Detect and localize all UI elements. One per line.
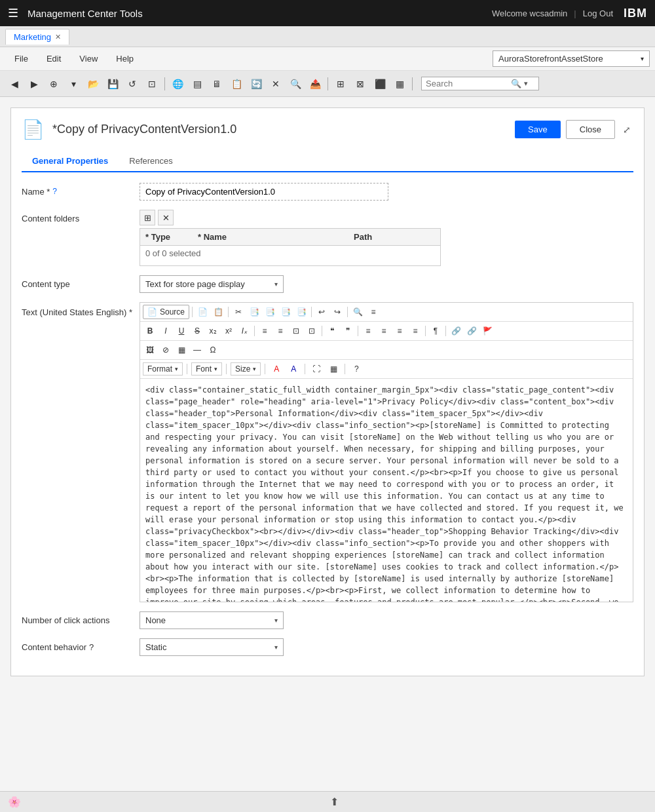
rte-new-doc[interactable]: 📄 [195, 305, 210, 319]
store-selector[interactable]: AuroraStorefrontAssetStore ▾ [493, 50, 650, 67]
toolbar-stop[interactable]: ⊡ [143, 75, 161, 93]
name-help-icon[interactable]: ? [52, 187, 57, 196]
rte-div[interactable]: ❞ [341, 324, 355, 338]
rte-strikethrough[interactable]: S [190, 324, 204, 338]
toolbar-save[interactable]: 💾 [103, 75, 122, 93]
rte-underline[interactable]: U [174, 324, 189, 338]
content-behavior-help-icon[interactable]: ? [89, 642, 94, 652]
toolbar-layout3[interactable]: ⬛ [371, 75, 389, 93]
rte-image[interactable]: 🖼 [143, 343, 157, 357]
rte-find[interactable]: 🔍 [350, 305, 365, 319]
rte-flash[interactable]: ⊘ [159, 343, 173, 357]
rte-copy[interactable]: 📑 [247, 305, 261, 319]
rte-select-all[interactable]: ≡ [366, 305, 381, 319]
toolbar-open[interactable]: 📂 [84, 75, 102, 93]
toolbar-back[interactable]: ◀ [5, 75, 24, 93]
rte-ul[interactable]: ≡ [273, 324, 288, 338]
folder-remove-btn[interactable]: ✕ [158, 210, 174, 225]
rte-align-left[interactable]: ≡ [361, 324, 375, 338]
click-actions-dropdown[interactable]: None ▾ [140, 611, 284, 629]
search-icon[interactable]: 🔍 [511, 79, 521, 88]
tab-references[interactable]: References [119, 151, 183, 171]
menu-view[interactable]: View [70, 50, 107, 68]
rte-source-btn[interactable]: 📄 Source [143, 305, 189, 319]
rte-subscript[interactable]: x₂ [206, 324, 220, 338]
menu-edit[interactable]: Edit [37, 50, 70, 68]
rte-size-select[interactable]: Size ▾ [231, 362, 261, 376]
toolbar-delete[interactable]: ✕ [267, 75, 285, 93]
menu-file[interactable]: File [5, 50, 37, 68]
rte-unlink[interactable]: 🔗 [464, 324, 479, 338]
name-input[interactable] [140, 183, 388, 201]
rte-superscript[interactable]: x² [221, 324, 236, 338]
folder-table-header: * Type * Name Path [140, 229, 440, 246]
toolbar-layout2[interactable]: ⊠ [351, 75, 369, 93]
save-button[interactable]: Save [515, 121, 561, 138]
toolbar-grid[interactable]: ▤ [188, 75, 206, 93]
logout-link[interactable]: Log Out [583, 9, 613, 18]
rte-template[interactable]: 📋 [211, 305, 225, 319]
close-button[interactable]: Close [566, 120, 615, 139]
menu-help[interactable]: Help [107, 50, 143, 68]
search-dropdown-arrow[interactable]: ▾ [524, 79, 528, 88]
rte-redo[interactable]: ↪ [330, 305, 345, 319]
toolbar-copy[interactable]: 📋 [227, 75, 246, 93]
rte-show-blocks[interactable]: ▦ [326, 362, 341, 376]
toolbar-export[interactable]: 📤 [306, 75, 324, 93]
text-field-row: Text (United States English) * 📄 Source … [22, 302, 633, 602]
rte-remove-format[interactable]: Iₓ [237, 324, 252, 338]
rte-blockquote[interactable]: ❝ [325, 324, 339, 338]
rte-content[interactable]: <div class="container_static_full_width … [140, 379, 633, 602]
toolbar-paste[interactable]: 🔄 [247, 75, 265, 93]
rte-align-justify[interactable]: ≡ [408, 324, 422, 338]
rte-hr[interactable]: — [190, 343, 204, 357]
rte-text-color[interactable]: A [269, 362, 284, 376]
rte-font-select[interactable]: Font ▾ [191, 362, 222, 376]
expand-button[interactable]: ⤢ [620, 122, 633, 138]
col-name: * Name [193, 229, 348, 245]
hamburger-menu[interactable]: ☰ [8, 6, 18, 20]
rte-outdent[interactable]: ⊡ [289, 324, 303, 338]
rte-paragraph[interactable]: ¶ [428, 324, 443, 338]
rte-bg-color[interactable]: A [286, 362, 301, 376]
rte-link[interactable]: 🔗 [449, 324, 463, 338]
rte-italic[interactable]: I [159, 324, 173, 338]
toolbar-globe[interactable]: 🌐 [168, 75, 187, 93]
toolbar-forward[interactable]: ▶ [25, 75, 43, 93]
rte-paste-text[interactable]: 📑 [278, 305, 293, 319]
content-behavior-arrow-icon: ▾ [274, 644, 278, 651]
toolbar-search[interactable]: 🔍 [286, 75, 305, 93]
status-left-icon[interactable]: 🌸 [8, 796, 21, 808]
toolbar-new-dropdown[interactable]: ▾ [64, 75, 83, 93]
rte-fullscreen[interactable]: ⛶ [309, 362, 324, 376]
folder-add-btn[interactable]: ⊞ [140, 210, 155, 225]
tab-close-icon[interactable]: ✕ [55, 33, 61, 41]
rte-paste[interactable]: 📑 [263, 305, 277, 319]
rte-anchor[interactable]: 🚩 [480, 324, 495, 338]
rte-indent[interactable]: ⊡ [305, 324, 319, 338]
rte-align-center[interactable]: ≡ [377, 324, 391, 338]
rte-cut[interactable]: ✂ [231, 305, 246, 319]
toolbar-refresh[interactable]: ↺ [123, 75, 141, 93]
toolbar-layout4[interactable]: ▦ [390, 75, 409, 93]
search-input[interactable] [426, 79, 511, 88]
rte-paste-word[interactable]: 📑 [294, 305, 309, 319]
rte-undo[interactable]: ↩ [314, 305, 329, 319]
marketing-tab[interactable]: Marketing ✕ [5, 29, 69, 45]
tab-general-properties[interactable]: General Properties [22, 151, 119, 172]
store-dropdown[interactable]: AuroraStorefrontAssetStore ▾ [493, 50, 650, 67]
rte-table[interactable]: ▦ [174, 343, 189, 357]
status-center-icon[interactable]: ⬆ [330, 796, 339, 808]
rte-align-right[interactable]: ≡ [392, 324, 407, 338]
toolbar-new[interactable]: ⊕ [45, 75, 63, 93]
content-behavior-dropdown[interactable]: Static ▾ [140, 638, 284, 656]
content-type-dropdown[interactable]: Text for store page display ▾ [140, 275, 284, 293]
content-type-value: Text for store page display [145, 279, 245, 289]
rte-format-select[interactable]: Format ▾ [143, 362, 183, 376]
toolbar-monitor[interactable]: 🖥 [208, 75, 226, 93]
rte-special-char[interactable]: Ω [206, 343, 220, 357]
rte-help[interactable]: ? [349, 362, 364, 376]
rte-ol[interactable]: ≡ [257, 324, 272, 338]
toolbar-layout1[interactable]: ⊞ [331, 75, 350, 93]
rte-bold[interactable]: B [143, 324, 157, 338]
